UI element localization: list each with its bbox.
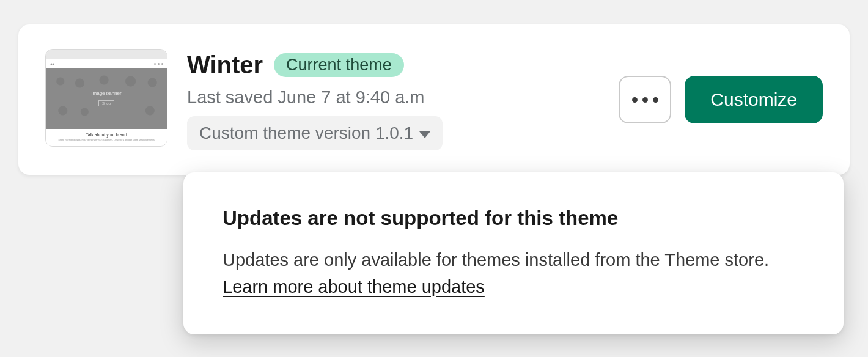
theme-version-label: Custom theme version 1.0.1 [199, 123, 413, 143]
dot-icon [632, 97, 638, 103]
thumbnail-footer-sub: Share information about your brand with … [48, 138, 164, 141]
thumbnail-hero: Image banner Shop [46, 68, 167, 129]
theme-title: Winter [187, 51, 263, 79]
customize-button[interactable]: Customize [685, 76, 823, 123]
learn-more-link[interactable]: Learn more about theme updates [223, 277, 485, 296]
popover-body-text: Updates are only available for themes in… [223, 250, 769, 270]
theme-actions: Customize [619, 76, 823, 123]
last-saved-text: Last saved June 7 at 9:40 a.m [187, 87, 599, 108]
thumbnail-footer: Talk about your brand Share information … [46, 129, 167, 146]
thumbnail-hero-label: Image banner [91, 90, 121, 96]
theme-version-dropdown[interactable]: Custom theme version 1.0.1 [187, 116, 443, 150]
current-theme-badge: Current theme [274, 53, 404, 77]
theme-info: Winter Current theme Last saved June 7 a… [187, 49, 599, 150]
theme-thumbnail: ▸▸▸ Image banner Shop Talk about your br… [45, 49, 167, 147]
thumbnail-hero-button: Shop [98, 100, 114, 106]
more-actions-button[interactable] [619, 76, 671, 123]
title-row: Winter Current theme [187, 51, 599, 79]
caret-down-icon [419, 131, 430, 138]
thumbnail-browser-chrome [46, 50, 167, 59]
dot-icon [642, 97, 648, 103]
thumbnail-nav-bar: ▸▸▸ [46, 59, 167, 68]
popover-title: Updates are not supported for this theme [223, 207, 804, 230]
version-popover: Updates are not supported for this theme… [183, 172, 844, 334]
thumbnail-footer-title: Talk about your brand [48, 133, 164, 137]
theme-card: ▸▸▸ Image banner Shop Talk about your br… [18, 24, 850, 175]
dot-icon [653, 97, 658, 103]
popover-body: Updates are only available for themes in… [223, 247, 804, 300]
